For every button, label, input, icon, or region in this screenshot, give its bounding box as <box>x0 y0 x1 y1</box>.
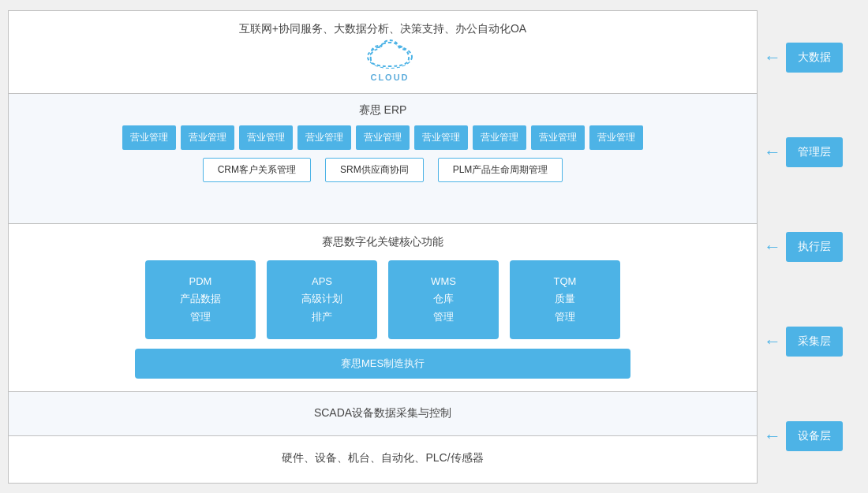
main-container: 互联网+协同服务、大数据分析、决策支持、办公自动化OA CLOUD <box>8 10 860 484</box>
cloud-layer: 互联网+协同服务、大数据分析、决策支持、办公自动化OA CLOUD <box>9 11 757 94</box>
erp-sub-crm[interactable]: CRM客户关系管理 <box>203 158 311 182</box>
arrow-icon-device: ← <box>764 428 781 445</box>
sidebar-btn-bigdata[interactable]: 大数据 <box>786 43 843 73</box>
erp-btn-6[interactable]: 营业管理 <box>473 125 526 150</box>
exec-modules-row: PDM产品数据管理 APS高级计划排产 WMS仓库管理 TQM质量管理 <box>21 260 744 339</box>
erp-title: 赛思 ERP <box>21 103 744 118</box>
sidebar-btn-collection[interactable]: 采集层 <box>786 327 843 357</box>
arrow-icon-management: ← <box>764 144 781 161</box>
scada-text: SCADA设备数据采集与控制 <box>314 406 451 420</box>
exec-module-tqm[interactable]: TQM质量管理 <box>510 260 620 339</box>
erp-sub-srm[interactable]: SRM供应商协同 <box>325 158 424 182</box>
sidebar-item-device: ← 设备层 <box>764 421 860 451</box>
arrow-icon-execution: ← <box>764 238 781 256</box>
erp-btn-1[interactable]: 营业管理 <box>181 125 234 150</box>
sidebar-btn-device[interactable]: 设备层 <box>786 421 843 451</box>
exec-module-wms[interactable]: WMS仓库管理 <box>388 260 499 339</box>
exec-title: 赛思数字化关键核心功能 <box>21 235 744 249</box>
hw-layer: 硬件、设备、机台、自动化、PLC/传感器 <box>9 436 757 480</box>
diagram-area: 互联网+协同服务、大数据分析、决策支持、办公自动化OA CLOUD <box>8 10 758 484</box>
cloud-icon-wrap: CLOUD <box>363 36 417 82</box>
sidebar: ← 大数据 ← 管理层 ← 执行层 ← 采集层 ← 设备层 <box>758 10 860 484</box>
hw-text: 硬件、设备、机台、自动化、PLC/传感器 <box>282 451 483 465</box>
sidebar-item-collection: ← 采集层 <box>764 327 860 357</box>
scada-layer: SCADA设备数据采集与控制 <box>9 392 757 436</box>
sidebar-btn-management[interactable]: 管理层 <box>786 137 843 167</box>
exec-module-pdm[interactable]: PDM产品数据管理 <box>145 260 256 339</box>
erp-layer: 赛思 ERP 营业管理 营业管理 营业管理 营业管理 营业管理 营业管理 营业管… <box>9 94 757 224</box>
erp-btn-3[interactable]: 营业管理 <box>297 125 351 150</box>
erp-btn-7[interactable]: 营业管理 <box>531 125 585 150</box>
cloud-label-text: CLOUD <box>370 73 409 82</box>
sidebar-item-bigdata: ← 大数据 <box>764 43 860 73</box>
erp-btn-2[interactable]: 营业管理 <box>239 125 293 150</box>
erp-sub-plm[interactable]: PLM产品生命周期管理 <box>438 158 563 182</box>
arrow-icon-bigdata: ← <box>764 49 781 66</box>
sidebar-btn-execution[interactable]: 执行层 <box>786 232 843 262</box>
sidebar-item-management: ← 管理层 <box>764 137 860 167</box>
exec-mes[interactable]: 赛思MES制造执行 <box>135 349 630 379</box>
erp-buttons-row: 营业管理 营业管理 营业管理 营业管理 营业管理 营业管理 营业管理 营业管理 … <box>21 125 744 150</box>
arrow-icon-collection: ← <box>764 333 781 350</box>
cloud-layer-text: 互联网+协同服务、大数据分析、决策支持、办公自动化OA <box>239 22 526 36</box>
erp-btn-8[interactable]: 营业管理 <box>589 125 643 150</box>
erp-btn-4[interactable]: 营业管理 <box>356 125 410 150</box>
cloud-icon <box>363 36 417 71</box>
erp-sub-row: CRM客户关系管理 SRM供应商协同 PLM产品生命周期管理 <box>21 158 744 182</box>
exec-module-aps[interactable]: APS高级计划排产 <box>267 260 377 339</box>
erp-btn-5[interactable]: 营业管理 <box>414 125 468 150</box>
exec-layer: 赛思数字化关键核心功能 PDM产品数据管理 APS高级计划排产 WMS仓库管理 … <box>9 224 757 392</box>
sidebar-item-execution: ← 执行层 <box>764 232 860 262</box>
erp-btn-0[interactable]: 营业管理 <box>122 125 176 150</box>
